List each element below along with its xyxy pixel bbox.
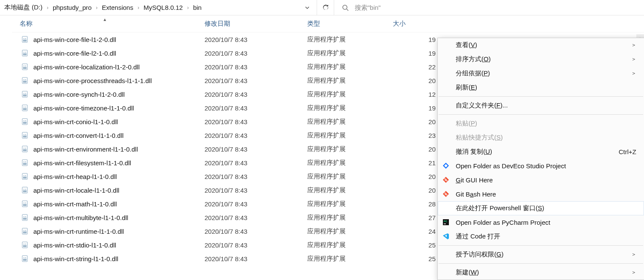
dll-file-icon <box>21 118 29 125</box>
svg-rect-76 <box>24 232 27 233</box>
file-date: 2020/10/7 8:43 <box>205 200 307 208</box>
menu-item[interactable]: 在此处打开 Powershell 窗口(S) <box>438 201 644 215</box>
svg-point-91 <box>446 194 448 196</box>
file-date: 2020/10/7 8:43 <box>205 214 307 221</box>
svg-rect-51 <box>24 164 27 164</box>
menu-item[interactable]: Open Folder as DevEco Studio Project <box>438 159 644 173</box>
menu-item[interactable]: PCOpen Folder as PyCharm Project <box>438 215 644 229</box>
chevron-down-icon[interactable] <box>298 5 317 10</box>
submenu-arrow-icon: ＞ <box>631 56 636 63</box>
menu-item: 粘贴(P) <box>438 116 644 131</box>
menu-item-label: 粘贴(P) <box>456 119 477 128</box>
svg-point-4 <box>25 38 26 39</box>
menu-item[interactable]: 排序方式(O)＞ <box>438 52 644 66</box>
file-date: 2020/10/7 8:43 <box>205 146 307 153</box>
dll-file-icon <box>21 173 29 180</box>
file-date: 2020/10/7 8:43 <box>205 132 307 139</box>
file-date: 2020/10/7 8:43 <box>205 104 307 112</box>
file-type: 应用程序扩展 <box>307 159 393 167</box>
svg-point-8 <box>24 52 24 53</box>
svg-rect-6 <box>24 41 27 41</box>
svg-point-49 <box>25 161 26 162</box>
menu-item[interactable]: 授予访问权限(G)＞ <box>438 247 644 262</box>
svg-point-87 <box>445 179 446 180</box>
dll-file-icon <box>21 63 29 71</box>
svg-rect-56 <box>24 178 27 178</box>
svg-rect-35 <box>24 122 27 122</box>
file-type: 应用程序扩展 <box>307 36 393 44</box>
svg-rect-11 <box>24 54 27 55</box>
svg-point-24 <box>25 93 26 94</box>
svg-point-88 <box>446 180 448 182</box>
file-size: 20 <box>393 187 436 194</box>
svg-point-74 <box>25 230 26 231</box>
refresh-button[interactable] <box>317 0 334 15</box>
svg-rect-25 <box>24 95 27 95</box>
column-header-size[interactable]: 大小 <box>393 20 444 28</box>
svg-line-1 <box>347 9 348 11</box>
file-name: api-ms-win-crt-math-l1-1-0.dll <box>33 200 205 208</box>
submenu-arrow-icon: ＞ <box>631 70 636 77</box>
search-input[interactable] <box>355 4 641 11</box>
menu-item[interactable]: 通过 Code 打开 <box>438 229 644 244</box>
column-header-type[interactable]: 类型 <box>307 20 393 28</box>
column-header-date[interactable]: 修改日期 <box>205 20 307 28</box>
file-name: api-ms-win-core-processthreads-l1-1-1.dl… <box>33 77 205 84</box>
column-label: 修改日期 <box>205 20 230 27</box>
breadcrumb-part[interactable]: bin <box>193 4 202 11</box>
breadcrumb-part[interactable]: phpstudy_pro <box>53 4 92 11</box>
menu-item[interactable]: 分组依据(P)＞ <box>438 66 644 80</box>
dll-file-icon <box>21 90 29 98</box>
svg-rect-10 <box>24 54 27 54</box>
file-name: api-ms-win-core-synch-l1-2-0.dll <box>33 91 205 98</box>
svg-rect-86 <box>24 260 27 260</box>
menu-item[interactable]: 查看(V)＞ <box>438 38 644 52</box>
file-size: 20 <box>393 173 436 180</box>
svg-rect-36 <box>24 123 27 123</box>
file-size: 20 <box>393 118 436 125</box>
svg-rect-65 <box>24 204 27 205</box>
file-type: 应用程序扩展 <box>307 241 393 249</box>
svg-rect-77 <box>22 242 27 248</box>
file-date: 2020/10/7 8:43 <box>205 173 307 180</box>
svg-rect-26 <box>24 95 27 96</box>
file-type: 应用程序扩展 <box>307 173 393 181</box>
svg-point-44 <box>25 148 26 149</box>
column-label: 名称 <box>20 20 33 27</box>
dll-file-icon <box>21 159 29 167</box>
svg-point-53 <box>24 175 24 176</box>
svg-rect-81 <box>24 246 27 247</box>
svg-rect-16 <box>24 68 27 69</box>
nav-pane-gutter <box>0 15 12 280</box>
menu-item[interactable]: 新建(W)＞ <box>438 265 644 280</box>
dll-file-icon <box>21 227 29 235</box>
deveco-icon <box>442 162 450 170</box>
breadcrumb-part[interactable]: MySQL8.0.12 <box>143 4 183 11</box>
file-size: 23 <box>393 132 436 139</box>
file-date: 2020/10/7 8:43 <box>205 50 307 57</box>
svg-point-79 <box>25 244 26 244</box>
submenu-arrow-icon: ＞ <box>631 42 636 49</box>
file-size: 25 <box>393 255 436 262</box>
address-bar[interactable]: 本地磁盘 (D:) › phpstudy_pro › Extensions › … <box>4 0 317 15</box>
svg-rect-40 <box>24 136 27 136</box>
file-name: api-ms-win-crt-heap-l1-1-0.dll <box>33 173 205 180</box>
breadcrumb-part[interactable]: Extensions <box>102 4 133 11</box>
file-type: 应用程序扩展 <box>307 214 393 222</box>
breadcrumb-part[interactable]: 本地磁盘 (D:) <box>4 3 42 12</box>
search-box[interactable] <box>334 0 644 15</box>
menu-item[interactable]: 刷新(E) <box>438 80 644 95</box>
menu-item[interactable]: Git GUI Here <box>438 173 644 187</box>
file-date: 2020/10/7 8:43 <box>205 63 307 71</box>
menu-item[interactable]: 自定义文件夹(F)... <box>438 98 644 113</box>
svg-point-3 <box>24 38 24 39</box>
menu-item-label: Open Folder as DevEco Studio Project <box>456 162 566 170</box>
menu-item[interactable]: 撤消 复制(U)Ctrl+Z <box>438 145 644 159</box>
dll-file-icon <box>21 131 29 139</box>
dll-file-icon <box>21 241 29 249</box>
file-type: 应用程序扩展 <box>307 131 393 140</box>
context-menu: 查看(V)＞排序方式(O)＞分组依据(P)＞刷新(E)自定义文件夹(F)...粘… <box>437 38 644 280</box>
column-header-name[interactable]: 名称 ▲ <box>20 20 205 28</box>
menu-item[interactable]: Git Bash Here <box>438 187 644 201</box>
svg-point-38 <box>24 134 24 135</box>
